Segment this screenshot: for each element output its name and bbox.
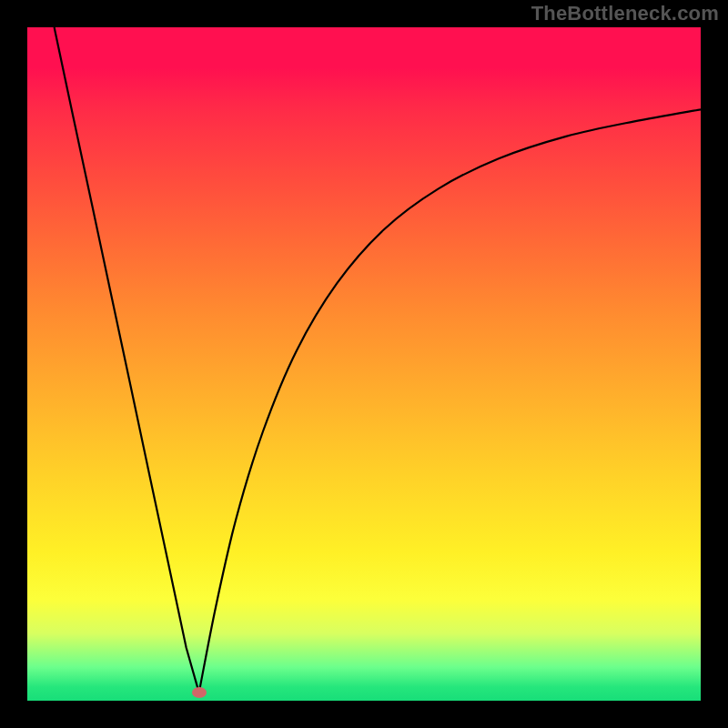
bottleneck-curve — [55, 27, 701, 693]
optimal-point-marker — [192, 687, 207, 698]
watermark-text: TheBottleneck.com — [531, 2, 719, 25]
chart-frame: TheBottleneck.com — [0, 0, 728, 728]
curve-svg — [27, 27, 701, 701]
plot-area — [27, 27, 701, 701]
